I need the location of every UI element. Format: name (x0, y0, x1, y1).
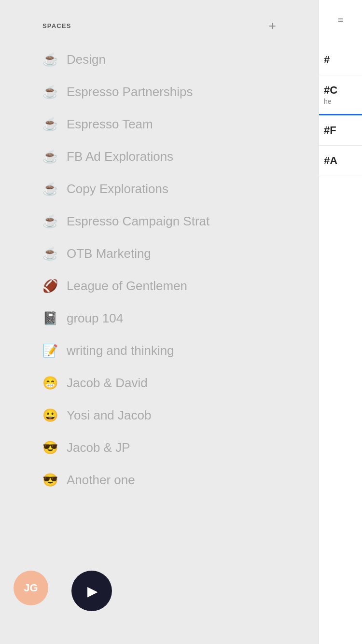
space-emoji-writing-and-thinking: 📝 (42, 343, 58, 358)
space-name-otb-marketing: OTB Marketing (67, 246, 151, 261)
space-item-fb-ad-explorations[interactable]: ☕FB Ad Explorations (42, 140, 276, 173)
space-name-fb-ad-explorations: FB Ad Explorations (67, 149, 173, 164)
space-emoji-another-one: 😎 (42, 473, 58, 488)
space-name-design: Design (67, 52, 106, 67)
right-panel: ≡ ##Che#F#A (319, 0, 362, 644)
compose-button[interactable]: ▶ (71, 571, 112, 611)
space-name-espresso-partnerships: Espresso Partnerships (67, 84, 193, 99)
space-emoji-league-of-gentlemen: 🏈 (42, 279, 58, 294)
space-emoji-espresso-partnerships: ☕ (42, 84, 58, 99)
space-item-copy-explorations[interactable]: ☕Copy Explorations (42, 173, 276, 205)
channel-item-ch3[interactable]: #F (319, 115, 362, 146)
space-item-espresso-partnerships[interactable]: ☕Espresso Partnerships (42, 76, 276, 108)
space-item-writing-and-thinking[interactable]: 📝writing and thinking (42, 335, 276, 367)
avatar-button[interactable]: JG (14, 571, 48, 605)
space-name-jacob-and-david: Jacob & David (67, 376, 148, 391)
spaces-label: SPACES (42, 22, 71, 29)
channel-hash-ch4: #A (324, 154, 357, 167)
space-emoji-group-104: 📓 (42, 311, 58, 326)
space-emoji-jacob-and-jp: 😎 (42, 440, 58, 455)
channel-item-ch2[interactable]: #Che (319, 75, 362, 115)
bottom-fade (0, 586, 319, 644)
space-emoji-otb-marketing: ☕ (42, 246, 58, 261)
space-name-writing-and-thinking: writing and thinking (67, 343, 174, 358)
channel-items: ##Che#F#A (319, 45, 362, 176)
space-name-copy-explorations: Copy Explorations (67, 182, 168, 196)
space-item-jacob-and-jp[interactable]: 😎Jacob & JP (42, 432, 276, 464)
space-item-design[interactable]: ☕Design (42, 43, 276, 76)
channel-item-ch1[interactable]: # (319, 45, 362, 75)
space-name-yosi-and-jacob: Yosi and Jacob (67, 408, 151, 423)
space-emoji-copy-explorations: ☕ (42, 182, 58, 196)
filter-icon[interactable]: ≡ (338, 14, 344, 26)
space-item-espresso-team[interactable]: ☕Espresso Team (42, 108, 276, 140)
space-name-espresso-campaign-strat: Espresso Campaign Strat (67, 214, 209, 229)
space-name-jacob-and-jp: Jacob & JP (67, 440, 130, 455)
spaces-panel: SPACES + ☕Design☕Espresso Partnerships☕E… (0, 0, 319, 644)
space-emoji-espresso-campaign-strat: ☕ (42, 214, 58, 229)
space-emoji-espresso-team: ☕ (42, 117, 58, 132)
channel-item-ch4[interactable]: #A (319, 146, 362, 176)
space-name-another-one: Another one (67, 473, 135, 488)
space-emoji-design: ☕ (42, 52, 58, 67)
space-emoji-jacob-and-david: 😁 (42, 376, 58, 391)
compose-arrow-icon: ▶ (87, 583, 98, 599)
channel-hash-ch1: # (324, 54, 357, 66)
spaces-list: ☕Design☕Espresso Partnerships☕Espresso T… (0, 43, 319, 496)
channel-sub-ch2: he (324, 98, 357, 105)
spaces-header: SPACES + (0, 0, 319, 43)
space-item-otb-marketing[interactable]: ☕OTB Marketing (42, 238, 276, 270)
space-item-jacob-and-david[interactable]: 😁Jacob & David (42, 367, 276, 399)
space-item-yosi-and-jacob[interactable]: 😀Yosi and Jacob (42, 399, 276, 432)
space-name-espresso-team: Espresso Team (67, 117, 153, 132)
space-item-group-104[interactable]: 📓group 104 (42, 302, 276, 335)
space-item-espresso-campaign-strat[interactable]: ☕Espresso Campaign Strat (42, 205, 276, 238)
space-item-league-of-gentlemen[interactable]: 🏈League of Gentlemen (42, 270, 276, 302)
space-name-group-104: group 104 (67, 311, 123, 326)
space-emoji-yosi-and-jacob: 😀 (42, 408, 58, 423)
space-name-league-of-gentlemen: League of Gentlemen (67, 279, 187, 294)
channel-hash-ch3: #F (324, 124, 357, 137)
space-emoji-fb-ad-explorations: ☕ (42, 149, 58, 164)
add-space-button[interactable]: + (269, 19, 276, 32)
channel-hash-ch2: #C (324, 84, 357, 97)
space-item-another-one[interactable]: 😎Another one (42, 464, 276, 496)
